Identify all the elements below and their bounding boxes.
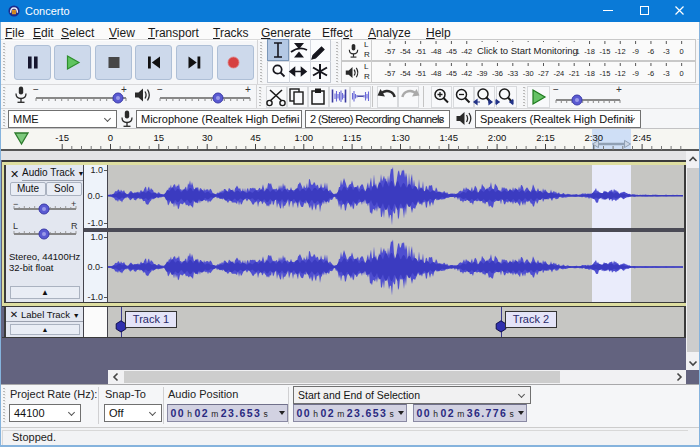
svg-text:-42: -42 (461, 69, 472, 78)
svg-text:0: 0 (680, 47, 684, 56)
svg-text:2:15: 2:15 (536, 132, 555, 143)
svg-text:-57: -57 (385, 69, 396, 78)
svg-text:-21: -21 (569, 69, 580, 78)
svg-text:-54: -54 (400, 69, 411, 78)
svg-text:45: 45 (250, 132, 261, 143)
svg-text:-12: -12 (615, 69, 626, 78)
svg-text:-51: -51 (415, 69, 426, 78)
svg-text:-39: -39 (477, 69, 488, 78)
svg-text:15: 15 (154, 132, 165, 143)
svg-text:-54: -54 (400, 47, 411, 56)
svg-text:2:45: 2:45 (633, 132, 652, 143)
svg-text:-45: -45 (446, 47, 457, 56)
svg-text:-3: -3 (663, 47, 670, 56)
svg-text:-15: -15 (599, 47, 610, 56)
svg-text:-6: -6 (648, 69, 655, 78)
svg-text:-51: -51 (415, 47, 426, 56)
svg-text:1:30: 1:30 (391, 132, 410, 143)
svg-text:-30: -30 (523, 69, 534, 78)
svg-text:2:00: 2:00 (488, 132, 507, 143)
svg-text:-45: -45 (446, 69, 457, 78)
svg-text:-15: -15 (55, 132, 69, 143)
svg-text:1:45: 1:45 (440, 132, 459, 143)
svg-text:0: 0 (680, 69, 684, 78)
svg-text:+: + (616, 84, 622, 95)
svg-text:-9: -9 (632, 47, 639, 56)
svg-text:-3: -3 (663, 69, 670, 78)
svg-text:+: + (71, 199, 76, 209)
svg-text:−: − (553, 84, 559, 95)
svg-text:-18: -18 (584, 69, 595, 78)
svg-text:0: 0 (108, 132, 113, 143)
svg-text:R: R (71, 221, 78, 231)
svg-text:-6: -6 (648, 47, 655, 56)
svg-text:-12: -12 (615, 47, 626, 56)
svg-text:1:00: 1:00 (295, 132, 314, 143)
svg-text:-36: -36 (492, 69, 503, 78)
svg-text:-15: -15 (599, 69, 610, 78)
svg-text:-48: -48 (431, 69, 442, 78)
svg-text:1:15: 1:15 (343, 132, 362, 143)
svg-text:-48: -48 (431, 47, 442, 56)
svg-text:30: 30 (202, 132, 213, 143)
svg-text:-42: -42 (461, 47, 472, 56)
svg-text:-27: -27 (538, 69, 549, 78)
svg-text:L: L (13, 221, 18, 231)
svg-text:-33: -33 (507, 69, 518, 78)
svg-text:-57: -57 (385, 47, 396, 56)
svg-text:-24: -24 (553, 69, 564, 78)
svg-text:2:30: 2:30 (585, 132, 604, 143)
svg-text:-9: -9 (632, 69, 639, 78)
svg-text:-18: -18 (584, 47, 595, 56)
